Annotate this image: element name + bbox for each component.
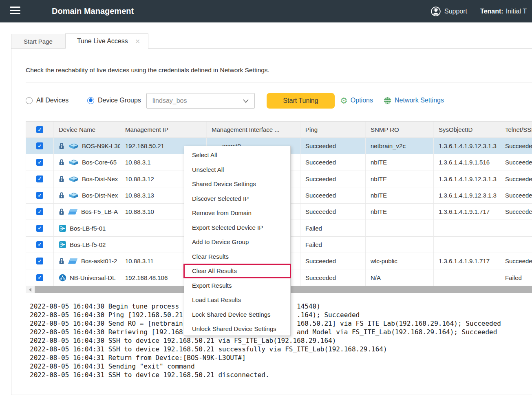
support-link[interactable]: Support [444, 8, 467, 15]
row-checkbox[interactable]: ✓ [36, 175, 43, 182]
sysobjectid-cell: 1.3.6.1.4.1.9.12.3.1.3 [434, 187, 500, 203]
row-select-cell: ✓ [26, 220, 54, 236]
row-checkbox[interactable]: ✓ [36, 274, 43, 281]
device-name: Bos-Core-65 [82, 159, 117, 166]
device-name: Bos-LB-f5-02 [70, 241, 106, 248]
column-header-management-interface[interactable]: Management Interface ... [207, 122, 300, 138]
menu-item-export-selected-device-ip[interactable]: Export Selected Device IP [184, 220, 290, 235]
snmp-ro-cell: netbrain_v2c [366, 138, 434, 154]
chevron-down-icon [243, 99, 249, 103]
close-icon[interactable]: × [135, 37, 140, 45]
menu-item-unlock-shared-device-settings[interactable]: Unlock Shared Device Settings [184, 322, 290, 336]
row-select-cell: ✓ [26, 204, 54, 220]
telnet-ssh-status-cell: Failed [500, 269, 532, 285]
menu-item-unselect-all[interactable]: Unselect All [184, 162, 290, 177]
globe-icon [383, 96, 392, 105]
device-name: Bos-askt01-2 [81, 258, 117, 264]
column-header-sysobjectid[interactable]: SysObjectID [434, 122, 500, 138]
row-checkbox[interactable]: ✓ [36, 192, 43, 199]
device-name: NB-Universal-DL [70, 274, 116, 281]
row-checkbox[interactable]: ✓ [36, 241, 43, 248]
tenant-label: Tenant: [480, 8, 503, 15]
menu-item-lock-shared-device-settings[interactable]: Lock Shared Device Settings [184, 307, 290, 322]
network-settings-link[interactable]: Network Settings [383, 96, 444, 105]
sysobjectid-cell: 1.3.6.1.4.1.9.1.516 [434, 154, 500, 170]
sysobjectid-cell [434, 220, 500, 236]
snmp-ro-cell: nbITE [366, 154, 434, 170]
sysobjectid-cell [434, 237, 500, 253]
column-header-telnet-ssh[interactable]: Telnet/SSH [500, 122, 532, 138]
device-name: Bos-F5_LB-A [81, 208, 118, 215]
column-header-ping[interactable]: Ping [300, 122, 366, 138]
lock-icon [59, 159, 64, 166]
menu-item-clear-all-results[interactable]: Clear All Results [184, 264, 290, 278]
device-groups-radio-icon[interactable] [87, 97, 94, 104]
scroll-left-arrow-icon[interactable] [26, 286, 35, 293]
menu-item-select-all[interactable]: Select All [184, 148, 290, 162]
tab-start-page[interactable]: Start Page [11, 34, 65, 49]
device-name-cell: NB-Universal-DL [54, 269, 120, 285]
menu-item-remove-from-domain[interactable]: Remove from Domain [184, 206, 290, 220]
sysobjectid-cell: 1.3.6.1.4.1.9.1.717 [434, 204, 500, 220]
context-menu: Select AllUnselect AllShared Device Sett… [184, 146, 291, 336]
radio-all-devices[interactable]: All Devices [26, 96, 68, 105]
options-link[interactable]: ⚙ Options [340, 96, 373, 105]
lock-icon [59, 175, 64, 182]
device-name-cell: Bos-Core-65 [54, 154, 120, 170]
device-name: BOS-N9K-L3OUT [82, 142, 120, 149]
device-icon [68, 258, 78, 264]
snmp-ro-cell: nbITE [366, 171, 434, 187]
device-name-cell: Bos-askt01-2 [54, 253, 120, 269]
row-checkbox[interactable]: ✓ [36, 159, 43, 166]
row-select-cell: ✓ [26, 253, 54, 269]
row-checkbox[interactable]: ✓ [36, 142, 43, 149]
column-header-management-ip[interactable]: Management IP [120, 122, 207, 138]
menu-item-load-last-results[interactable]: Load Last Results [184, 293, 290, 307]
radio-device-groups[interactable]: Device Groups [87, 96, 141, 105]
menu-icon[interactable] [10, 7, 20, 16]
menu-item-discover-selected-ip[interactable]: Discover Selected IP [184, 191, 290, 206]
gear-icon: ⚙ [340, 96, 348, 105]
ping-status-cell: Succeeded [300, 253, 366, 269]
snmp-ro-cell [366, 237, 434, 253]
sysobjectid-cell: 1.3.6.1.4.1.9.12.3.1.3 [434, 138, 500, 154]
snmp-ro-cell [366, 220, 434, 236]
row-checkbox[interactable]: ✓ [36, 225, 43, 232]
column-header-device-name[interactable]: Device Name [54, 122, 120, 138]
device-name-cell: Bos-LB-f5-01 [54, 220, 120, 236]
header-right-cluster: Support Tenant: Initial T [430, 0, 527, 22]
snmp-ro-cell: nbITE [366, 187, 434, 203]
column-header-snmp-ro[interactable]: SNMP RO [366, 122, 434, 138]
select-all-checkbox[interactable]: ✓ [36, 126, 43, 133]
lock-icon [59, 208, 64, 215]
all-devices-radio-icon[interactable] [26, 97, 33, 104]
device-name-cell: Bos-Dist-Nex [54, 187, 120, 203]
telnet-ssh-status-cell [500, 220, 532, 236]
table-header-row: ✓ Device Name Management IP Management I… [26, 121, 532, 138]
options-label: Options [351, 97, 373, 104]
menu-item-clear-results[interactable]: Clear Results [184, 249, 290, 264]
snmp-ro-cell: nbITE [366, 204, 434, 220]
tab-bar: Start Page Tune Live Access × [11, 33, 148, 49]
sysobjectid-cell [434, 269, 500, 285]
telnet-ssh-status-cell: Succeeded [500, 138, 532, 154]
tab-tune-live-access[interactable]: Tune Live Access × [65, 33, 149, 49]
app-header: Domain Management Support Tenant: Initia… [0, 0, 532, 22]
menu-item-add-to-device-group[interactable]: Add to Device Group [184, 235, 290, 249]
ping-status-cell: Failed [300, 237, 366, 253]
row-checkbox[interactable]: ✓ [36, 208, 43, 215]
page-title: Domain Management [52, 0, 134, 22]
switch-icon [68, 159, 79, 166]
device-name: Bos-LB-f5-01 [70, 225, 106, 232]
menu-item-export-results[interactable]: Export Results [184, 278, 290, 293]
menu-item-shared-device-settings[interactable]: Shared Device Settings [184, 177, 290, 191]
device-group-select-value: lindsay_bos [152, 97, 243, 104]
row-checkbox[interactable]: ✓ [36, 258, 43, 264]
support-person-icon [430, 6, 441, 17]
telnet-ssh-status-cell: Succeeded [500, 171, 532, 187]
ping-status-cell: Succeeded [300, 138, 366, 154]
device-name: Bos-Dist-Nex [82, 175, 118, 182]
ping-status-cell: Succeeded [300, 269, 366, 285]
start-tuning-button[interactable]: Start Tuning [267, 93, 335, 109]
device-group-select[interactable]: lindsay_bos [146, 93, 255, 109]
